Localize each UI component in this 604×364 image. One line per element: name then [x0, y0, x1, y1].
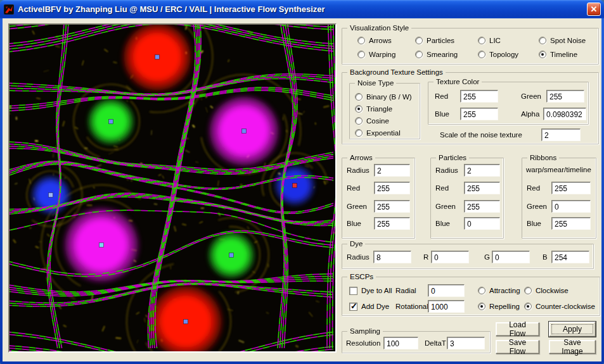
app-window: ActiveIBFV by Zhanping Liu @ MSU / ERC /…: [0, 0, 604, 364]
radio-attracting[interactable]: Attracting: [478, 286, 520, 296]
ribbons-green-field[interactable]: 0: [551, 200, 591, 213]
radio-triangle[interactable]: Triangle: [355, 104, 392, 114]
radio-icon[interactable]: [478, 303, 485, 310]
title-bar[interactable]: ActiveIBFV by Zhanping Liu @ MSU / ERC /…: [0, 0, 604, 18]
texture-alpha-field[interactable]: 0.0980392: [543, 108, 586, 120]
flow-visualization[interactable]: [10, 25, 335, 351]
radio-label[interactable]: Spot Noise: [550, 37, 586, 44]
radio-label[interactable]: Cosine: [366, 117, 389, 125]
apply-button[interactable]: Apply: [549, 322, 596, 337]
group-texture-color: Texture Color Red 255 Green 255 Blue 255…: [428, 82, 589, 125]
noise-scale-label: Scale of the noise texture: [440, 129, 522, 141]
radio-label[interactable]: Binary (B / W): [366, 93, 412, 101]
dye-g-field[interactable]: 0: [492, 251, 530, 263]
radio-label[interactable]: Timeline: [550, 51, 577, 58]
group-visualization-style: Visualization Style Arrows Particles LIC…: [342, 28, 599, 65]
radio-label[interactable]: Topology: [489, 51, 518, 58]
load-flow-button[interactable]: Load Flow: [496, 322, 539, 336]
dye-r-field[interactable]: 0: [431, 251, 469, 263]
texture-blue-field[interactable]: 255: [460, 108, 498, 120]
group-label: Arrows: [347, 153, 375, 163]
checkbox-icon[interactable]: [349, 303, 357, 311]
radio-icon[interactable]: [355, 105, 363, 113]
deltat-field[interactable]: 3: [447, 337, 485, 349]
radio-icon[interactable]: [355, 129, 363, 137]
save-flow-button[interactable]: Save Flow: [496, 340, 539, 354]
radio-repelling[interactable]: Repelling: [478, 301, 520, 311]
texture-green-field[interactable]: 255: [546, 90, 584, 103]
window-title: ActiveIBFV by Zhanping Liu @ MSU / ERC /…: [18, 4, 325, 14]
radio-icon[interactable]: [415, 37, 423, 44]
radio-label[interactable]: Repelling: [489, 303, 520, 310]
radio-lic[interactable]: LIC: [478, 35, 501, 46]
arrows-red-field[interactable]: 255: [374, 182, 410, 194]
radio-particles[interactable]: Particles: [415, 35, 454, 46]
arrows-blue-field[interactable]: 255: [374, 217, 410, 230]
dye-b-field[interactable]: 254: [551, 251, 589, 263]
radio-warping[interactable]: Warping: [357, 49, 395, 60]
radio-clockwise[interactable]: Clockwise: [524, 286, 569, 296]
radio-spot-noise[interactable]: Spot Noise: [539, 35, 586, 46]
radio-icon[interactable]: [355, 117, 363, 125]
particles-blue-field[interactable]: 0: [464, 217, 500, 230]
arrows-green-field[interactable]: 255: [374, 200, 410, 213]
radio-label[interactable]: Particles: [427, 37, 454, 44]
rotational-field[interactable]: 1000: [428, 300, 465, 313]
radio-counter-clockwise[interactable]: Counter-clockwise: [524, 301, 595, 311]
radio-icon[interactable]: [415, 51, 423, 58]
radio-icon[interactable]: [478, 51, 485, 58]
radio-label[interactable]: LIC: [489, 37, 501, 44]
red-label: Red: [435, 182, 449, 194]
blue-label: Blue: [435, 108, 449, 120]
blue-label: Blue: [435, 217, 450, 230]
radio-icon[interactable]: [539, 51, 546, 58]
checkbox-label[interactable]: Add Dye: [361, 303, 389, 310]
radio-icon[interactable]: [357, 51, 365, 58]
checkbox-dye-to-all[interactable]: Dye to All: [349, 286, 392, 296]
radio-icon[interactable]: [524, 303, 532, 310]
radio-expoential[interactable]: Expoential: [355, 128, 401, 138]
radio-topology[interactable]: Topology: [478, 49, 518, 60]
checkbox-icon[interactable]: [349, 287, 357, 295]
radio-label[interactable]: Triangle: [366, 105, 392, 113]
radio-smearing[interactable]: Smearing: [415, 49, 458, 60]
arrows-radius-field[interactable]: 2: [374, 164, 410, 177]
radio-icon[interactable]: [355, 93, 363, 101]
radio-binary[interactable]: Binary (B / W): [355, 92, 412, 102]
group-arrows: Arrows Radius 2 Red 255 Green 255 Blue 2…: [342, 158, 415, 239]
particles-red-field[interactable]: 255: [464, 182, 500, 194]
group-label: Dye: [347, 239, 365, 249]
particles-radius-field[interactable]: 2: [464, 164, 500, 177]
radio-icon[interactable]: [357, 37, 365, 44]
radio-label[interactable]: Counter-clockwise: [536, 303, 595, 310]
radio-label[interactable]: Clockwise: [536, 287, 569, 294]
blue-label: Blue: [527, 217, 541, 230]
radio-label[interactable]: Smearing: [427, 51, 458, 58]
checkbox-label[interactable]: Dye to All: [361, 287, 392, 294]
ribbons-red-field[interactable]: 255: [551, 182, 591, 194]
texture-red-field[interactable]: 255: [460, 90, 498, 103]
radio-label[interactable]: Warping: [369, 51, 395, 58]
checkbox-add-dye[interactable]: Add Dye: [349, 301, 389, 311]
radio-label[interactable]: Attracting: [489, 287, 520, 294]
radial-field[interactable]: 0: [428, 284, 465, 297]
save-image-button[interactable]: Save Image: [549, 340, 596, 354]
radio-icon[interactable]: [539, 37, 546, 44]
noise-scale-field[interactable]: 2: [541, 129, 581, 141]
group-ribbons: Ribbons warp/smear/timeline Red 255 Gree…: [522, 158, 596, 239]
radio-timeline[interactable]: Timeline: [539, 49, 577, 60]
close-button[interactable]: ✕: [587, 3, 601, 16]
radio-label[interactable]: Expoential: [366, 129, 401, 137]
radio-icon[interactable]: [478, 287, 485, 294]
alpha-label: Alpha: [521, 108, 539, 120]
resolution-field[interactable]: 100: [383, 337, 418, 349]
radio-arrows[interactable]: Arrows: [357, 35, 392, 46]
radio-label[interactable]: Arrows: [369, 37, 392, 44]
dye-radius-field[interactable]: 8: [373, 251, 411, 263]
radio-icon[interactable]: [478, 37, 485, 44]
client-area: Visualization Style Arrows Particles LIC…: [3, 18, 601, 361]
particles-green-field[interactable]: 255: [464, 200, 500, 213]
ribbons-blue-field[interactable]: 255: [551, 217, 591, 230]
radio-cosine[interactable]: Cosine: [355, 116, 389, 126]
radio-icon[interactable]: [524, 287, 532, 294]
